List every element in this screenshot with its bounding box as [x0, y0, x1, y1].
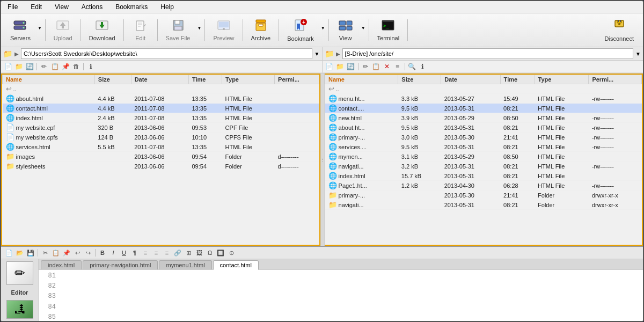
editor-new-btn[interactable]: 📄 — [4, 248, 14, 258]
menu-bookmarks[interactable]: Bookmarks — [111, 2, 152, 12]
table-row[interactable]: ↩ .. — [3, 84, 319, 94]
upload-button[interactable]: Upload — [49, 16, 77, 44]
right-info-btn[interactable]: ℹ — [418, 62, 428, 71]
menu-help[interactable]: Help — [156, 2, 178, 12]
left-new-folder-btn[interactable]: 📁 — [14, 62, 24, 71]
left-new-file-btn[interactable]: 📄 — [3, 62, 13, 71]
editor-link-btn[interactable]: 🔗 — [173, 248, 182, 258]
archive-button[interactable]: Archive — [246, 16, 276, 44]
editor-image-btn[interactable]: 🖼 — [194, 248, 204, 258]
editor-content[interactable]: 81 82 83 84 85 86 — [39, 270, 643, 321]
left-properties-btn[interactable]: ℹ — [86, 62, 96, 71]
right-path-display[interactable]: [S-Drive] /one/site/ — [342, 48, 634, 59]
left-paste-btn[interactable]: 📌 — [61, 62, 70, 71]
left-path-dropdown[interactable]: ▼ — [314, 51, 320, 57]
editor-cut-btn[interactable]: ✂ — [40, 248, 50, 258]
editor-underline-btn[interactable]: U — [119, 248, 129, 258]
left-col-time[interactable]: Time — [188, 75, 222, 84]
menu-file[interactable]: File — [3, 2, 22, 12]
table-row[interactable]: 📁 primary-... 2013-05-30 21:41 Folder dr… — [325, 191, 642, 200]
edit-button[interactable]: Edit — [127, 16, 154, 44]
editor-align-right-btn[interactable]: ≡ — [162, 248, 172, 258]
left-rename-btn[interactable]: ✏ — [39, 62, 49, 71]
bookmark-arrow[interactable]: ▼ — [321, 26, 325, 31]
table-row[interactable]: 🌐 services.... 9.5 kB 2013-05-31 08:21 H… — [325, 142, 642, 152]
left-col-size[interactable]: Size — [94, 75, 131, 84]
panel-divider[interactable]: ⋮ — [320, 74, 325, 246]
right-col-date[interactable]: Date — [441, 75, 500, 84]
right-col-perms[interactable]: Permi... — [589, 75, 642, 84]
table-row[interactable]: 🌐 primary-... 3.0 kB 2013-05-30 21:41 HT… — [325, 133, 642, 142]
right-new-file-btn[interactable]: 📄 — [325, 62, 334, 71]
right-col-name[interactable]: Name — [325, 75, 398, 84]
right-col-size[interactable]: Size — [398, 75, 441, 84]
table-row[interactable]: 🌐 new.html 3.9 kB 2013-05-29 08:50 HTML … — [325, 113, 642, 123]
left-refresh-btn[interactable]: 🔄 — [25, 62, 34, 71]
right-copy-btn[interactable]: 📋 — [371, 62, 381, 71]
table-row[interactable]: 🌐 contact.... 9.5 kB 2013-05-31 08:21 HT… — [325, 104, 642, 113]
right-new-folder-btn[interactable]: 📁 — [335, 62, 345, 71]
editor-save-btn[interactable]: 💾 — [26, 248, 35, 258]
table-row[interactable]: 🌐 about.html 4.4 kB 2011-07-08 13:35 HTM… — [3, 94, 319, 104]
save-file-arrow[interactable]: ▼ — [197, 26, 201, 31]
right-refresh-btn[interactable]: 🔄 — [346, 62, 356, 71]
save-file-button[interactable]: Save File — [161, 16, 195, 44]
left-col-name[interactable]: Name — [3, 75, 95, 84]
right-path-dropdown[interactable]: ▼ — [635, 51, 641, 57]
table-row[interactable]: 🌐 contact.html 4.4 kB 2011-07-08 13:35 H… — [3, 104, 319, 113]
tab-mymenu1[interactable]: mymenu1.html — [159, 260, 211, 269]
editor-italic-btn[interactable]: I — [108, 248, 118, 258]
editor-redo-btn[interactable]: ↪ — [83, 248, 93, 258]
editor-undo-btn[interactable]: ↩ — [72, 248, 82, 258]
table-row[interactable]: 🌐 Page1.ht... 1.2 kB 2013-04-30 06:28 HT… — [325, 181, 642, 191]
editor-bold-btn[interactable]: B — [98, 248, 107, 258]
bookmark-button[interactable]: + Bookmark — [282, 16, 319, 45]
table-row[interactable]: 🌐 about.ht... 9.5 kB 2013-05-31 08:21 HT… — [325, 123, 642, 133]
left-copy-btn[interactable]: 📋 — [50, 62, 60, 71]
editor-mode-icon[interactable]: ✏ — [6, 261, 33, 285]
table-row[interactable]: 📁 images 2013-06-06 09:54 Folder d------… — [3, 152, 319, 162]
menu-actions[interactable]: Actions — [77, 2, 107, 12]
table-row[interactable]: 📄 my website.cpf 320 B 2013-06-06 09:53 … — [3, 123, 319, 133]
editor-format-btn[interactable]: 🔲 — [216, 248, 225, 258]
servers-button[interactable]: Servers — [5, 16, 35, 44]
download-button[interactable]: Download — [84, 16, 120, 44]
editor-para-btn[interactable]: ¶ — [130, 248, 140, 258]
editor-align-center-btn[interactable]: ≡ — [151, 248, 161, 258]
left-delete-btn[interactable]: 🗑 — [71, 62, 81, 71]
menu-view[interactable]: View — [50, 2, 73, 12]
table-row[interactable]: 📁 stylesheets 2013-06-06 09:54 Folder d-… — [3, 162, 319, 171]
view-arrow[interactable]: ▼ — [361, 26, 365, 31]
terminal-button[interactable]: >_ Terminal — [372, 16, 405, 44]
table-row[interactable]: 🌐 index.html 2.4 kB 2011-07-08 13:35 HTM… — [3, 113, 319, 123]
left-col-perms[interactable]: Permi... — [275, 75, 319, 84]
editor-copy-btn[interactable]: 📋 — [51, 248, 61, 258]
table-row[interactable]: 📄 my website.cpfs 124 B 2013-06-06 10:10… — [3, 133, 319, 142]
table-row[interactable]: 🌐 navigati... 3.2 kB 2013-05-31 08:21 HT… — [325, 162, 642, 171]
editor-preview-thumb[interactable]: 🏞 — [6, 300, 33, 319]
tab-index[interactable]: index.html — [41, 260, 82, 269]
table-row[interactable]: ↩ .. — [325, 84, 642, 94]
left-path-display[interactable]: C:\Users\Scott Swedorski\Desktop\website… — [21, 48, 312, 59]
tab-contact[interactable]: contact.html — [213, 260, 259, 270]
editor-table-btn[interactable]: ⊞ — [184, 248, 193, 258]
servers-arrow[interactable]: ▼ — [38, 26, 42, 31]
table-row[interactable]: 🌐 mymen... 3.1 kB 2013-05-29 08:50 HTML … — [325, 152, 642, 162]
editor-special-btn[interactable]: Ω — [205, 248, 215, 258]
tab-primary-navigation[interactable]: primary-navigation.html — [83, 260, 158, 269]
table-row[interactable]: 📁 navigati... 2013-05-31 08:21 Folder dr… — [325, 200, 642, 210]
editor-open-btn[interactable]: 📂 — [15, 248, 25, 258]
editor-align-left-btn[interactable]: ≡ — [141, 248, 150, 258]
right-col-type[interactable]: Type — [535, 75, 589, 84]
right-rename-btn[interactable]: ✏ — [361, 62, 370, 71]
menu-edit[interactable]: Edit — [26, 2, 46, 12]
left-col-type[interactable]: Type — [222, 75, 275, 84]
table-row[interactable]: 🌐 menu.ht... 3.3 kB 2013-05-27 15:49 HTM… — [325, 94, 642, 104]
disconnect-button[interactable]: Disconnect — [600, 16, 639, 45]
right-props-btn[interactable]: ≡ — [393, 62, 402, 71]
view-button[interactable]: View — [332, 16, 359, 44]
left-col-date[interactable]: Date — [131, 75, 188, 84]
right-col-time[interactable]: Time — [500, 75, 535, 84]
right-search-btn[interactable]: 🔍 — [407, 62, 417, 71]
preview-button[interactable]: Preview — [208, 16, 239, 44]
